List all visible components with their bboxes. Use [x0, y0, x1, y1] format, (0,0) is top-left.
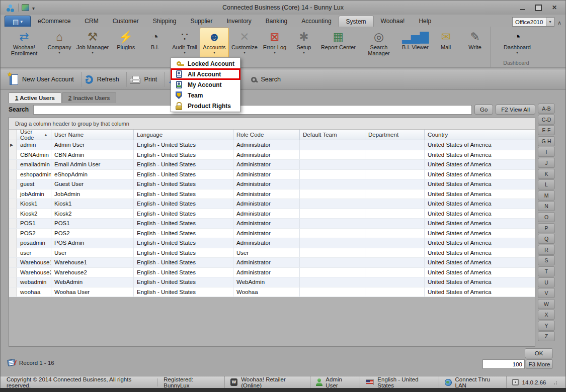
alphabet-filter-button[interactable]: X	[538, 310, 555, 320]
setup-button[interactable]: ✱ Setup ▾	[289, 28, 318, 60]
alphabet-filter-button[interactable]: K	[538, 169, 555, 179]
alphabet-filter-button[interactable]: C-D	[538, 115, 555, 125]
alphabet-filter-button[interactable]: S	[538, 255, 555, 265]
table-row[interactable]: ▶ admin Admin User English - United Stat…	[9, 140, 535, 150]
alphabet-filter-button[interactable]: M	[538, 190, 555, 201]
print-button[interactable]: Print	[127, 72, 165, 87]
status-woohaa-retailer[interactable]: Woohaa! Retailer (Online)	[224, 376, 310, 388]
alphabet-filter-button[interactable]: J	[538, 158, 555, 168]
job-manager-button[interactable]: ⚒ Job Manager ▾	[74, 28, 111, 60]
alphabet-filter-button[interactable]: R	[538, 245, 555, 255]
bi-button[interactable]: ◔ B.I.	[140, 28, 170, 60]
grid-column-header[interactable]: Role Code	[233, 130, 300, 140]
new-user-account-button[interactable]: New User Account	[7, 72, 82, 87]
status-connection[interactable]: Connect Thru LAN	[439, 376, 506, 388]
alphabet-filter-button[interactable]: E-F	[538, 125, 555, 135]
grid-column-header[interactable]	[9, 130, 17, 140]
alphabet-filter-button[interactable]: T	[538, 266, 555, 276]
f3-more-button[interactable]: F3 More	[526, 359, 553, 369]
alphabet-filter-button[interactable]: G-H	[538, 136, 555, 146]
search-manager-button[interactable]: ◎ Search Manager	[358, 28, 399, 60]
table-row[interactable]: guest Guest User English - United States…	[9, 179, 535, 189]
status-language[interactable]: English - United States	[360, 376, 439, 388]
grid-column-header[interactable]: Department	[365, 130, 425, 140]
status-current-user[interactable]: Admin User	[310, 376, 360, 388]
plugins-button[interactable]: ⚡ Plugins	[111, 28, 140, 60]
grid-column-header[interactable]: User Code ▲	[17, 130, 51, 140]
error-log-button[interactable]: ⊠ Error-Log ▾	[260, 28, 289, 60]
collapse-ribbon-icon[interactable]	[557, 18, 561, 27]
table-row[interactable]: user User English - United States User U…	[9, 248, 535, 258]
page-size-input[interactable]	[482, 359, 525, 369]
alphabet-filter-button[interactable]: L	[538, 179, 555, 189]
customize-button[interactable]: ✕ Customize ▾	[229, 28, 260, 60]
restore-button[interactable]	[531, 3, 545, 12]
grid-column-header[interactable]: Language	[134, 130, 233, 140]
table-row[interactable]: webadmin WebAdmin English - United State…	[9, 277, 535, 287]
alphabet-filter-button[interactable]: O	[538, 212, 555, 222]
table-row[interactable]: eshopadmin eShopAdmin English - United S…	[9, 170, 535, 180]
write-button[interactable]: ✎ Write	[460, 28, 490, 60]
table-row[interactable]: Warehouse1 Warehouse1 English - United S…	[9, 258, 535, 268]
alphabet-filter-button[interactable]: Q	[538, 234, 555, 244]
group-by-bar[interactable]: Drag a column header to group by that co…	[9, 118, 535, 130]
alphabet-filter-button[interactable]: V	[538, 288, 555, 298]
tab-help[interactable]: Help	[412, 16, 438, 27]
menu-item-my-account[interactable]: My Account	[171, 79, 240, 90]
menu-item-product-rights[interactable]: Product Rights	[171, 101, 240, 111]
chevron-down-icon[interactable]: ▾	[546, 18, 554, 26]
company-button[interactable]: ⌂ Company ▾	[45, 28, 74, 60]
table-row[interactable]: emailadmin Email Admin User English - Un…	[9, 160, 535, 170]
woohaa-enrollment-button[interactable]: ⇄ Woohaa! Enrollment	[4, 28, 45, 60]
alphabet-filter-button[interactable]: N	[538, 201, 555, 211]
search-button[interactable]: Search	[248, 72, 288, 87]
tab-inactive-users[interactable]: 2 Inactive Users	[62, 92, 116, 103]
resize-grip[interactable]	[553, 380, 558, 385]
dashboard-button[interactable]: ◔ Dashboard ▾	[501, 28, 533, 60]
f2-view-all-button[interactable]: F2 View All	[496, 105, 535, 115]
tab-customer[interactable]: Customer	[106, 16, 146, 27]
alphabet-filter-button[interactable]: P	[538, 223, 555, 233]
close-button[interactable]	[547, 3, 561, 12]
tab-system[interactable]: System	[339, 16, 374, 27]
search-input[interactable]	[33, 105, 472, 115]
alphabet-filter-button[interactable]: U	[538, 277, 555, 287]
menu-item-locked-account[interactable]: Locked Account	[171, 58, 240, 69]
menu-item-team[interactable]: Team	[171, 90, 240, 101]
table-row[interactable]: CBNAdmin CBN Admin English - United Stat…	[9, 150, 535, 160]
chevron-down-icon[interactable]	[32, 3, 35, 12]
table-row[interactable]: POS1 POS1 English - United States Admini…	[9, 219, 535, 229]
application-menu-button[interactable]: ▾	[5, 16, 31, 27]
tab-shipping[interactable]: Shipping	[146, 16, 184, 27]
audit-trail-button[interactable]: ∵ Audit-Trail ▾	[170, 28, 200, 60]
tab-woohaa[interactable]: Woohaa!	[374, 16, 412, 27]
tab-active-users[interactable]: 1 Active Users	[9, 92, 61, 103]
menu-item-all-account[interactable]: All Account	[171, 69, 240, 79]
table-row[interactable]: Kiosk2 Kiosk2 English - United States Ad…	[9, 209, 535, 219]
tab-banking[interactable]: Banking	[259, 16, 294, 27]
tab-inventory[interactable]: Inventory	[219, 16, 258, 27]
grid-column-header[interactable]: User Name	[51, 130, 134, 140]
status-version[interactable]: 14.0.2.66	[506, 376, 552, 388]
accounts-button[interactable]: ☻ Accounts ▾	[200, 28, 229, 60]
alphabet-filter-button[interactable]: A-B	[538, 104, 555, 114]
grid-column-header[interactable]: Country	[425, 130, 535, 140]
alphabet-filter-button[interactable]: I	[538, 147, 555, 157]
tab-crm[interactable]: CRM	[77, 16, 105, 27]
table-row[interactable]: jobAdmin JobAdmin English - United State…	[9, 189, 535, 200]
table-row[interactable]: woohaa Woohaa User English - United Stat…	[9, 287, 535, 298]
go-button[interactable]: Go	[474, 105, 493, 115]
grid-column-header[interactable]: Default Team	[300, 130, 365, 140]
alphabet-filter-button[interactable]: W	[538, 299, 555, 309]
bi-viewer-button[interactable]: ▂▅▇ B.I. Viewer	[399, 28, 431, 60]
report-center-button[interactable]: ▦ Report Center	[318, 28, 358, 60]
alphabet-filter-button[interactable]: Y	[538, 321, 555, 331]
table-row[interactable]: POS2 POS2 English - United States Admini…	[9, 229, 535, 239]
skin-selector-combo[interactable]: Office2010 ▾	[512, 17, 554, 27]
quick-access-icon[interactable]	[22, 4, 29, 11]
minimize-button[interactable]	[515, 3, 529, 12]
ok-button[interactable]: OK	[525, 348, 553, 358]
table-row[interactable]: Warehouse2 Warehouse2 English - United S…	[9, 268, 535, 278]
table-row[interactable]: posadmin POS Admin English - United Stat…	[9, 238, 535, 248]
alphabet-filter-button[interactable]: Z	[538, 331, 555, 341]
